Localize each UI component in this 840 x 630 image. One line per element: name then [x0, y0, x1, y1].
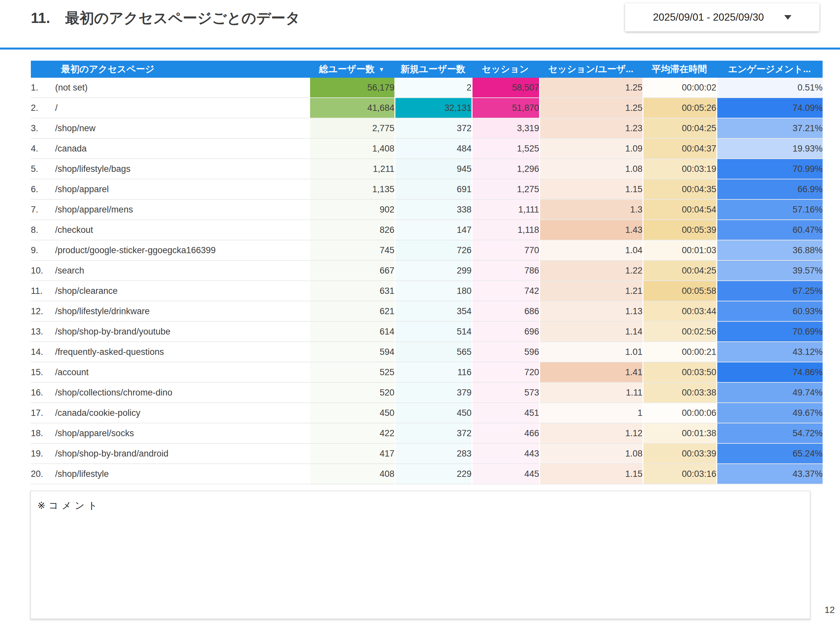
cell-avg-time: 00:01:38	[643, 424, 716, 444]
cell-new-users: 338	[395, 200, 472, 220]
column-header-new-users[interactable]: 新規ユーザー数	[395, 61, 472, 78]
cell-avg-time: 00:05:39	[643, 220, 716, 240]
row-page: /	[55, 103, 58, 113]
cell-avg-time: 00:04:54	[643, 200, 716, 220]
cell-engagement: 0.51%	[716, 78, 823, 98]
cell-total-users: 667	[309, 261, 395, 281]
cell-new-users: 116	[395, 362, 472, 383]
column-header-page[interactable]: 最初のアクセスページ	[31, 61, 309, 78]
cell-new-users: 379	[395, 383, 472, 403]
cell-engagement: 36.88%	[716, 240, 823, 261]
page-title: 11. 最初のアクセスページごとのデータ	[31, 8, 300, 28]
comment-box[interactable]: ※コメント	[30, 491, 810, 619]
cell-sessions: 686	[472, 301, 539, 322]
table-row: 2./ 41,684 32,131 51,870 1.25 00:05:26 7…	[31, 98, 823, 118]
cell-engagement: 54.72%	[716, 424, 823, 444]
cell-landing-page: 8./checkout	[31, 220, 309, 240]
cell-engagement: 70.69%	[716, 322, 823, 342]
date-range-selector[interactable]: 2025/09/01 - 2025/09/30	[625, 3, 819, 32]
cell-sessions-per-user: 1.13	[539, 301, 643, 322]
row-page: /shop/collections/chrome-dino	[55, 387, 172, 397]
cell-avg-time: 00:03:44	[643, 301, 716, 322]
cell-engagement: 37.21%	[716, 118, 823, 139]
column-header-sessions-per-user[interactable]: セッション/ユーザ...	[539, 61, 643, 78]
cell-landing-page: 12./shop/lifestyle/drinkware	[31, 301, 309, 322]
row-rank: 1.	[31, 83, 55, 93]
cell-landing-page: 6./shop/apparel	[31, 180, 309, 200]
row-page: /shop/lifestyle/bags	[55, 164, 131, 174]
column-header-engagement[interactable]: エンゲージメント...	[716, 61, 823, 78]
cell-sessions-per-user: 1.04	[539, 240, 643, 261]
cell-sessions: 596	[472, 342, 539, 362]
cell-new-users: 180	[395, 281, 472, 301]
landing-page-table: 最初のアクセスページ 総ユーザー数▼ 新規ユーザー数 セッション セッション/ユ…	[31, 61, 823, 484]
cell-sessions: 451	[472, 403, 539, 424]
cell-sessions: 696	[472, 322, 539, 342]
row-rank: 3.	[31, 123, 55, 134]
row-page: /shop/apparel/mens	[55, 205, 133, 214]
cell-landing-page: 20./shop/lifestyle	[31, 464, 309, 484]
column-header-sessions[interactable]: セッション	[472, 61, 539, 78]
cell-sessions: 1,111	[472, 200, 539, 220]
cell-landing-page: 16./shop/collections/chrome-dino	[31, 383, 309, 403]
cell-engagement: 60.47%	[716, 220, 823, 240]
cell-landing-page: 19./shop/shop-by-brand/android	[31, 444, 309, 464]
cell-sessions: 573	[472, 383, 539, 403]
cell-engagement: 74.09%	[716, 98, 823, 118]
cell-sessions: 720	[472, 362, 539, 383]
cell-total-users: 417	[309, 444, 395, 464]
table-row: 7./shop/apparel/mens 902 338 1,111 1.3 0…	[31, 200, 823, 220]
row-page: /canada	[55, 143, 87, 153]
cell-sessions: 1,525	[472, 139, 539, 159]
cell-landing-page: 9./product/google-sticker-ggoegcka166399	[31, 240, 309, 261]
cell-sessions-per-user: 1.41	[539, 362, 643, 383]
cell-avg-time: 00:04:37	[643, 139, 716, 159]
table-row: 12./shop/lifestyle/drinkware 621 354 686…	[31, 301, 823, 322]
cell-total-users: 631	[309, 281, 395, 301]
table-row: 9./product/google-sticker-ggoegcka166399…	[31, 240, 823, 261]
cell-new-users: 372	[395, 424, 472, 444]
cell-sessions-per-user: 1.01	[539, 342, 643, 362]
row-rank: 16.	[31, 387, 55, 398]
row-page: /canada/cookie-policy	[55, 408, 141, 418]
cell-total-users: 520	[309, 383, 395, 403]
cell-engagement: 39.57%	[716, 261, 823, 281]
cell-avg-time: 00:03:50	[643, 362, 716, 383]
row-page: /shop/lifestyle	[55, 469, 109, 479]
cell-landing-page: 13./shop/shop-by-brand/youtube	[31, 322, 309, 342]
cell-avg-time: 00:03:19	[643, 159, 716, 180]
cell-engagement: 49.67%	[716, 403, 823, 424]
row-rank: 11.	[31, 286, 55, 296]
cell-new-users: 283	[395, 444, 472, 464]
report-page: 11. 最初のアクセスページごとのデータ 2025/09/01 - 2025/0…	[0, 0, 840, 630]
row-page: (not set)	[55, 83, 88, 93]
table-row: 8./checkout 826 147 1,118 1.43 00:05:39 …	[31, 220, 823, 240]
cell-sessions: 1,275	[472, 180, 539, 200]
table-row: 18./shop/apparel/socks 422 372 466 1.12 …	[31, 424, 823, 444]
cell-sessions-per-user: 1.3	[539, 200, 643, 220]
row-page: /checkout	[55, 225, 93, 235]
cell-avg-time: 00:05:58	[643, 281, 716, 301]
row-page: /shop/clearance	[55, 286, 118, 296]
cell-sessions-per-user: 1	[539, 403, 643, 424]
row-rank: 12.	[31, 306, 55, 317]
cell-avg-time: 00:03:38	[643, 383, 716, 403]
cell-engagement: 65.24%	[716, 444, 823, 464]
cell-new-users: 354	[395, 301, 472, 322]
cell-sessions-per-user: 1.09	[539, 139, 643, 159]
cell-total-users: 614	[309, 322, 395, 342]
cell-sessions-per-user: 1.21	[539, 281, 643, 301]
cell-avg-time: 00:00:06	[643, 403, 716, 424]
row-rank: 20.	[31, 469, 55, 479]
cell-sessions: 51,870	[472, 98, 539, 118]
column-header-total-users[interactable]: 総ユーザー数▼	[309, 61, 395, 78]
cell-engagement: 70.99%	[716, 159, 823, 180]
cell-engagement: 66.9%	[716, 180, 823, 200]
cell-avg-time: 00:02:56	[643, 322, 716, 342]
table-row: 15./account 525 116 720 1.41 00:03:50 74…	[31, 362, 823, 383]
cell-total-users: 826	[309, 220, 395, 240]
column-header-avg-time[interactable]: 平均滞在時間	[643, 61, 716, 78]
table-row: 5./shop/lifestyle/bags 1,211 945 1,296 1…	[31, 159, 823, 180]
cell-sessions-per-user: 1.25	[539, 98, 643, 118]
cell-sessions: 1,118	[472, 220, 539, 240]
